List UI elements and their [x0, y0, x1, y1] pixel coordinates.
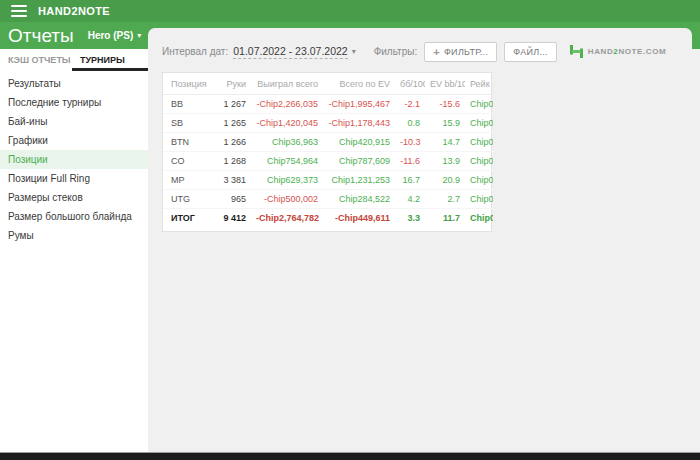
- cell: 15.9: [425, 114, 465, 133]
- table-total-row[interactable]: ИТОГ9 412-Chip2,764,782-Chip449,6113.311…: [163, 209, 493, 228]
- cell: 1 265: [211, 114, 251, 133]
- cell: UTG: [163, 190, 211, 209]
- cell: -2.1: [395, 95, 425, 114]
- hand2note-logo-icon: [570, 45, 583, 58]
- table-row[interactable]: UTG965-Chip500,002Chip284,5224.22.7Chip0: [163, 190, 493, 209]
- cell: Chip0: [465, 209, 493, 228]
- cell: 11.7: [425, 209, 465, 228]
- cell: Chip36,963: [251, 133, 323, 152]
- tab-tournaments[interactable]: ТУРНИРЫ: [72, 49, 148, 71]
- window-bottom-edge: [0, 452, 700, 460]
- tab-cash-reports[interactable]: КЭШ ОТЧЕТЫ: [0, 49, 72, 71]
- cell: 965: [211, 190, 251, 209]
- account-name: Hero (PS): [88, 30, 134, 41]
- cell: Chip0: [465, 114, 493, 133]
- sidebar-tabs: КЭШ ОТЧЕТЫ ТУРНИРЫ: [0, 49, 148, 71]
- cell: 1 267: [211, 95, 251, 114]
- cell: 1 266: [211, 133, 251, 152]
- cell: 3 381: [211, 171, 251, 190]
- cell: 20.9: [425, 171, 465, 190]
- cell: Chip0: [465, 190, 493, 209]
- cell: BB: [163, 95, 211, 114]
- filter-toolbar: Интервал дат: 01.07.2022 - 23.07.2022 ▾ …: [148, 28, 692, 62]
- topbar: HAND2NOTE: [0, 0, 700, 22]
- cell: Chip0: [465, 171, 493, 190]
- add-filter-button[interactable]: + ФИЛЬТР...: [424, 42, 497, 62]
- cell: -11.6: [395, 152, 425, 171]
- cell: 1 268: [211, 152, 251, 171]
- cell: Chip0: [465, 133, 493, 152]
- table-row[interactable]: MP3 381Chip629,373Chip1,231,25316.720.9C…: [163, 171, 493, 190]
- cell: CO: [163, 152, 211, 171]
- column-header[interactable]: EV bb/100: [425, 73, 465, 95]
- table-header-row: ПозицияРукиВыиграл всегоВсего по EVбб/10…: [163, 73, 493, 95]
- file-button[interactable]: ФАЙЛ...: [504, 42, 557, 62]
- table-row[interactable]: SB1 265-Chip1,420,045-Chip1,178,4430.815…: [163, 114, 493, 133]
- cell: MP: [163, 171, 211, 190]
- sidebar-item[interactable]: Размер большого блайнда: [0, 207, 148, 226]
- hamburger-menu-icon[interactable]: [11, 5, 27, 17]
- column-header[interactable]: Всего по EV: [323, 73, 395, 95]
- cell: Chip0: [465, 95, 493, 114]
- cell: Chip787,609: [323, 152, 395, 171]
- cell: -Chip2,266,035: [251, 95, 323, 114]
- column-header[interactable]: Позиция: [163, 73, 211, 95]
- cell: ИТОГ: [163, 209, 211, 228]
- cell: 13.9: [425, 152, 465, 171]
- cell: -Chip449,611: [323, 209, 395, 228]
- cell: 4.2: [395, 190, 425, 209]
- cell: Chip284,522: [323, 190, 395, 209]
- cell: 16.7: [395, 171, 425, 190]
- date-interval-label: Интервал дат:: [162, 46, 228, 57]
- column-header[interactable]: Руки: [211, 73, 251, 95]
- date-range-selector[interactable]: 01.07.2022 - 23.07.2022: [233, 45, 347, 59]
- sidebar-item[interactable]: Позиции: [0, 150, 148, 169]
- table-row[interactable]: CO1 268Chip754,964Chip787,609-11.613.9Ch…: [163, 152, 493, 171]
- filters-label: Фильтры:: [374, 46, 418, 57]
- cell: -Chip1,178,443: [323, 114, 395, 133]
- cell: Chip1,231,253: [323, 171, 395, 190]
- plus-icon: +: [433, 48, 440, 56]
- sidebar-item[interactable]: Позиции Full Ring: [0, 169, 148, 188]
- cell: 2.7: [425, 190, 465, 209]
- cell: SB: [163, 114, 211, 133]
- app-title: HAND2NOTE: [38, 5, 110, 17]
- cell: -Chip500,002: [251, 190, 323, 209]
- sidebar-item[interactable]: Размеры стеков: [0, 188, 148, 207]
- table-row[interactable]: BTN1 266Chip36,963Chip420,915-10.314.7Ch…: [163, 133, 493, 152]
- sidebar-item[interactable]: Румы: [0, 226, 148, 245]
- table-body: BB1 267-Chip2,266,035-Chip1,995,467-2.1-…: [163, 95, 493, 228]
- column-header[interactable]: Рейк: [465, 73, 493, 95]
- add-filter-label: ФИЛЬТР...: [444, 47, 488, 57]
- table-row[interactable]: BB1 267-Chip2,266,035-Chip1,995,467-2.1-…: [163, 95, 493, 114]
- column-header[interactable]: Выиграл всего: [251, 73, 323, 95]
- main-panel: Интервал дат: 01.07.2022 - 23.07.2022 ▾ …: [148, 28, 692, 452]
- positions-report-card: ПозицияРукиВыиграл всегоВсего по EVбб/10…: [162, 72, 492, 232]
- cell: -10.3: [395, 133, 425, 152]
- chevron-down-icon: ▾: [137, 31, 141, 40]
- cell: -Chip1,995,467: [323, 95, 395, 114]
- positions-table: ПозицияРукиВыиграл всегоВсего по EVбб/10…: [163, 73, 493, 227]
- chevron-down-icon[interactable]: ▾: [352, 47, 356, 56]
- brand-text: HAND2NOTE.COM: [588, 47, 667, 56]
- sidebar-item[interactable]: Последние турниры: [0, 93, 148, 112]
- sidebar-item[interactable]: Результаты: [0, 74, 148, 93]
- sidebar-items: РезультатыПоследние турнирыБай-иныГрафик…: [0, 74, 148, 245]
- account-selector[interactable]: Hero (PS) ▾: [88, 30, 142, 41]
- cell: -Chip2,764,782: [251, 209, 323, 228]
- cell: Chip754,964: [251, 152, 323, 171]
- cell: -Chip1,420,045: [251, 114, 323, 133]
- cell: -15.6: [425, 95, 465, 114]
- sidebar-item[interactable]: Бай-ины: [0, 112, 148, 131]
- cell: 3.3: [395, 209, 425, 228]
- sidebar-item[interactable]: Графики: [0, 131, 148, 150]
- cell: 0.8: [395, 114, 425, 133]
- cell: 14.7: [425, 133, 465, 152]
- cell: Chip420,915: [323, 133, 395, 152]
- cell: Chip0: [465, 152, 493, 171]
- cell: Chip629,373: [251, 171, 323, 190]
- page-title: Отчеты: [8, 25, 74, 47]
- cell: BTN: [163, 133, 211, 152]
- column-header[interactable]: бб/100: [395, 73, 425, 95]
- hand2note-brand-link[interactable]: HAND2NOTE.COM: [570, 45, 667, 58]
